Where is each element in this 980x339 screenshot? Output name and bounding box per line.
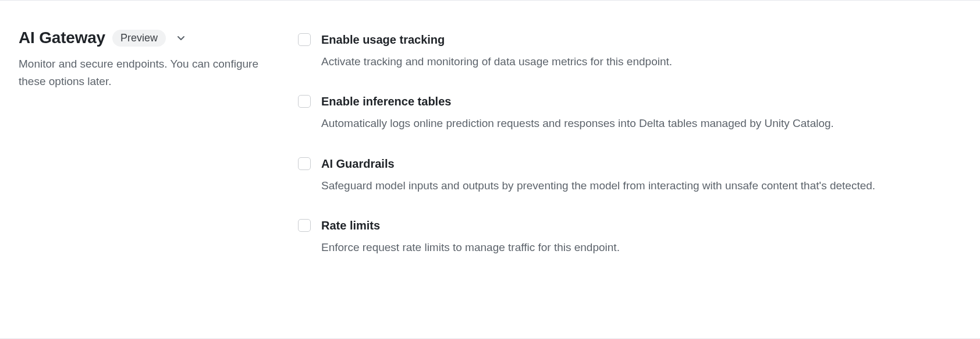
section-description: Monitor and secure endpoints. You can co…: [19, 55, 263, 91]
usage-tracking-checkbox[interactable]: [298, 33, 311, 46]
option-text: Enable inference tables Automatically lo…: [321, 94, 961, 132]
inference-tables-checkbox[interactable]: [298, 95, 311, 108]
options-column: Enable usage tracking Activate tracking …: [298, 29, 961, 310]
option-text: Enable usage tracking Activate tracking …: [321, 32, 961, 70]
option-ai-guardrails: AI Guardrails Safeguard model inputs and…: [298, 156, 961, 195]
option-usage-tracking: Enable usage tracking Activate tracking …: [298, 32, 961, 70]
option-description: Automatically logs online prediction req…: [321, 115, 961, 132]
section-header-row: AI Gateway Preview: [19, 29, 275, 47]
option-title: Rate limits: [321, 218, 961, 233]
preview-badge: Preview: [112, 30, 166, 47]
ai-gateway-section: AI Gateway Preview Monitor and secure en…: [0, 0, 980, 339]
option-title: AI Guardrails: [321, 156, 961, 171]
ai-guardrails-checkbox[interactable]: [298, 157, 311, 170]
option-inference-tables: Enable inference tables Automatically lo…: [298, 94, 961, 132]
option-text: Rate limits Enforce request rate limits …: [321, 218, 961, 256]
option-description: Enforce request rate limits to manage tr…: [321, 239, 961, 256]
option-title: Enable usage tracking: [321, 32, 961, 47]
section-header-column: AI Gateway Preview Monitor and secure en…: [19, 29, 298, 310]
option-description: Safeguard model inputs and outputs by pr…: [321, 177, 961, 195]
option-title: Enable inference tables: [321, 94, 961, 109]
chevron-down-icon[interactable]: [175, 32, 187, 44]
section-title: AI Gateway: [19, 29, 105, 47]
option-text: AI Guardrails Safeguard model inputs and…: [321, 156, 961, 195]
option-rate-limits: Rate limits Enforce request rate limits …: [298, 218, 961, 256]
option-description: Activate tracking and monitoring of data…: [321, 53, 961, 70]
rate-limits-checkbox[interactable]: [298, 219, 311, 232]
